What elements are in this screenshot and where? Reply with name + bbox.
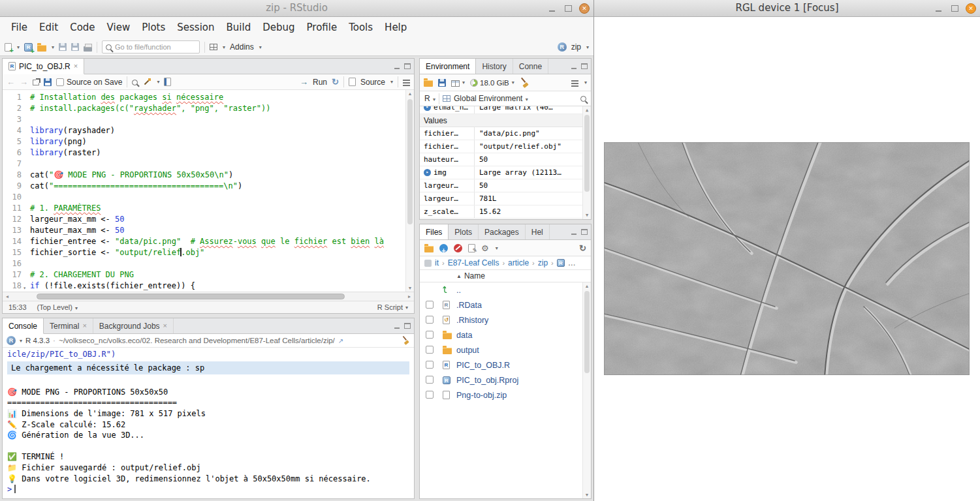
file-type-selector[interactable]: R Script ▾ [377, 303, 408, 311]
new-folder-icon[interactable] [424, 246, 434, 252]
close-icon[interactable]: × [74, 63, 78, 70]
pane-maximize-icon[interactable] [581, 63, 588, 69]
line-number[interactable]: 6 [3, 147, 22, 159]
environment-tab-conne[interactable]: Conne [513, 59, 548, 74]
scroll-down-icon[interactable]: ▼ [583, 493, 591, 497]
line-number[interactable]: 7 [3, 159, 22, 170]
language-selector[interactable]: R ▾ [424, 94, 435, 103]
pane-maximize-icon[interactable] [404, 323, 411, 329]
line-number[interactable]: 5 [3, 136, 22, 147]
file-checkbox[interactable] [426, 301, 434, 309]
workspace-panes-icon[interactable] [210, 44, 217, 50]
code-line[interactable]: fichier_sortie <- "output/relief.obj" [30, 247, 414, 258]
file-checkbox[interactable] [426, 391, 434, 399]
code-line[interactable]: fichier_entree <- "data/pic.png" # Assur… [30, 236, 414, 247]
source-button[interactable]: Source [360, 78, 385, 87]
chevron-down-icon[interactable]: ▾ [496, 245, 498, 251]
close-icon[interactable]: × [163, 322, 167, 329]
files-tab-hel[interactable]: Hel [526, 224, 550, 239]
line-number[interactable]: 18▾ [3, 281, 22, 292]
scroll-down-icon[interactable]: ▼ [583, 213, 591, 218]
environment-row[interactable]: fichier…"output/relief.obj" [420, 140, 582, 153]
file-name-link[interactable]: .Rhistory [456, 316, 488, 325]
file-row[interactable]: .RData [420, 297, 582, 312]
scroll-left-icon[interactable]: ◂ [3, 292, 12, 301]
find-replace-icon[interactable] [132, 80, 138, 85]
new-blank-file-icon[interactable] [439, 244, 448, 252]
environment-row[interactable]: fichier…"data/pic.png" [420, 127, 582, 140]
code-line[interactable]: # 1. PARAMÈTRES [30, 203, 414, 214]
menu-debug[interactable]: Debug [257, 17, 300, 38]
menu-help[interactable]: Help [379, 17, 413, 38]
file-checkbox[interactable] [426, 361, 434, 369]
list-view-icon[interactable] [571, 80, 578, 82]
console-tab-console[interactable]: Console [3, 318, 44, 334]
chevron-down-icon[interactable]: ▾ [157, 79, 159, 85]
menu-session[interactable]: Session [171, 17, 220, 38]
line-number[interactable]: 1 [3, 92, 22, 103]
line-number[interactable]: 13 [3, 225, 22, 236]
minimize-button[interactable] [933, 3, 943, 14]
console-output[interactable]: icle/zip/PIC_to_OBJ.R")Le chargement a n… [3, 348, 414, 498]
code-line[interactable]: library(rayshader) [30, 125, 414, 136]
environment-tab-history[interactable]: History [476, 59, 513, 74]
line-number[interactable]: 16 [3, 258, 22, 269]
breadcrumb-segment[interactable]: it [435, 258, 439, 267]
file-name-link[interactable]: data [456, 331, 472, 340]
file-checkbox[interactable] [426, 316, 434, 324]
scroll-right-icon[interactable]: ▸ [405, 292, 414, 301]
line-number[interactable]: 17 [3, 269, 22, 281]
clear-console-icon[interactable] [402, 337, 409, 344]
load-workspace-icon[interactable] [424, 80, 433, 87]
environment-row[interactable]: largeur…781L [420, 192, 582, 205]
line-number[interactable]: 3 [3, 114, 22, 125]
open-file-icon[interactable] [37, 45, 46, 52]
new-file-icon[interactable] [5, 43, 12, 52]
chevron-down-icon[interactable]: ▾ [584, 80, 587, 85]
line-number[interactable]: 8 [3, 170, 22, 181]
line-number[interactable]: 15 [3, 247, 22, 258]
chevron-down-icon[interactable]: ▾ [223, 44, 225, 50]
open-in-new-window-icon[interactable] [33, 80, 39, 85]
scrollbar-thumb[interactable] [37, 294, 345, 299]
menu-edit[interactable]: Edit [33, 17, 64, 38]
chevron-down-icon[interactable]: ▾ [390, 79, 393, 85]
menu-file[interactable]: File [5, 17, 33, 38]
pane-maximize-icon[interactable] [581, 229, 588, 235]
breadcrumb-segment[interactable]: article [508, 258, 529, 267]
scope-selector[interactable]: (Top Level) ▾ [37, 303, 78, 311]
memory-usage-button[interactable]: 18.0 GiB ▾ [470, 79, 514, 87]
run-button[interactable]: Run [313, 78, 327, 87]
chevron-down-icon[interactable]: ▾ [17, 44, 20, 50]
code-line[interactable] [30, 258, 414, 269]
files-tab-plots[interactable]: Plots [449, 224, 479, 239]
scroll-up-icon[interactable]: ▲ [406, 91, 414, 96]
close-icon[interactable]: × [82, 322, 86, 329]
line-number[interactable]: 12 [3, 214, 22, 225]
project-menu-button[interactable]: zip [571, 42, 581, 52]
expand-icon[interactable]: ▸ [424, 169, 431, 176]
menu-view[interactable]: View [101, 17, 136, 38]
pane-maximize-icon[interactable] [404, 63, 411, 69]
environment-row[interactable]: z_scale…15.62 [420, 205, 582, 219]
import-dataset-button[interactable]: ▾ [451, 79, 465, 87]
file-name-link[interactable]: .RData [456, 301, 482, 310]
save-all-icon[interactable] [71, 43, 79, 51]
source-on-save-checkbox[interactable] [56, 78, 64, 86]
code-line[interactable]: # Installation des packages si nécessair… [30, 92, 414, 103]
save-workspace-icon[interactable] [438, 79, 446, 87]
line-number[interactable]: 14 [3, 236, 22, 247]
line-number[interactable]: 10 [3, 192, 22, 203]
editor-vertical-scrollbar[interactable]: ▲ ▼ [405, 90, 414, 292]
code-editor[interactable]: 123456789101112131415161718▾19 # Install… [3, 90, 414, 292]
source-tab-pic-to-obj-r[interactable]: PIC_to_OBJ.R× [3, 59, 84, 74]
code-line[interactable] [30, 159, 414, 170]
save-source-icon[interactable] [44, 78, 52, 86]
pane-minimize-icon[interactable] [394, 63, 400, 69]
environment-row[interactable]: ▸imgLarge array (12113… [420, 166, 582, 179]
delete-files-icon[interactable] [454, 244, 462, 252]
menu-profile[interactable]: Profile [301, 17, 343, 38]
environment-row[interactable]: ▸elmat_h…Large matrix (40… [420, 106, 582, 114]
clear-objects-icon[interactable] [520, 78, 529, 87]
scroll-up-icon[interactable]: ▲ [583, 108, 591, 113]
